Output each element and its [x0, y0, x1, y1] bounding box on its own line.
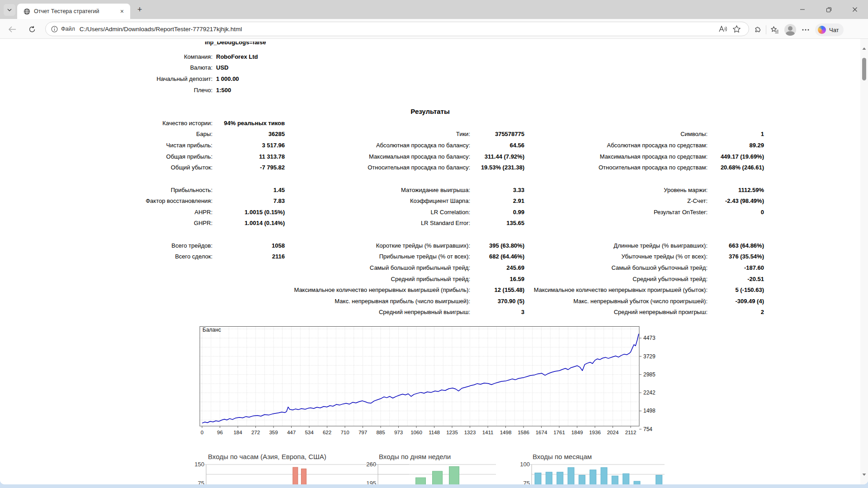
stat-value: 3.33	[470, 184, 524, 196]
back-icon	[8, 26, 16, 33]
active-tab[interactable]: Отчет Тестера стратегий ×	[17, 4, 130, 19]
stat-label: Средний непрерывный выигрыш:	[285, 307, 470, 318]
stat-label: Уровень маржи:	[524, 184, 708, 196]
copilot-button[interactable]: Чат	[815, 23, 844, 36]
stat-value	[708, 117, 764, 129]
x-axis-tick-label: 973	[394, 430, 403, 435]
stat-label: Чистая прибыль:	[0, 140, 212, 151]
toolbar-icons: Чат	[750, 23, 844, 36]
tab-strip: Отчет Тестера стратегий × +	[0, 0, 868, 19]
stat-label: Бары:	[0, 129, 212, 140]
stat-label: Всего трейдов:	[0, 240, 212, 251]
stat-value: 94% реальных тиков	[212, 117, 285, 129]
stat-value: 7.83	[212, 195, 285, 206]
stat-label: Средний убыточный трейд:	[524, 273, 708, 285]
x-axis-tick-label: 1498	[500, 430, 512, 435]
stat-value: -2.43 (98.49%)	[708, 195, 764, 206]
collections-button[interactable]	[768, 24, 782, 36]
x-axis-tick-label: 1148	[429, 430, 440, 435]
extensions-button[interactable]	[750, 24, 764, 36]
address-bar[interactable]: Файл C:/Users/Admin/Downloads/ReportTest…	[45, 22, 749, 36]
x-axis-tick-label: 0	[201, 430, 203, 435]
y-axis-tick-label: 2985	[643, 371, 656, 378]
stat-value: 1112.59%	[708, 184, 764, 196]
x-axis-tick-label: 1235	[446, 430, 458, 435]
toolbar-divider	[766, 25, 766, 34]
stat-label: Относительная просадка по средствам:	[524, 162, 708, 174]
minimize-button[interactable]	[789, 0, 816, 19]
stat-value	[470, 117, 524, 129]
x-axis-tick-label: 272	[251, 430, 260, 435]
x-axis-tick-label: 359	[269, 430, 278, 435]
stat-label	[0, 284, 212, 296]
stat-value: 395 (63.80%)	[470, 240, 524, 251]
stat-label: LR Correlation:	[285, 206, 470, 218]
globe-icon	[24, 8, 30, 15]
stat-value	[212, 284, 285, 296]
restore-button[interactable]	[816, 0, 842, 19]
stat-value: 311.44 (7.92%)	[470, 151, 524, 162]
mini-chart-y-tick: 150	[194, 461, 204, 468]
property-label: Валюта:	[0, 62, 212, 74]
mini-chart-y-tick: 75	[198, 480, 204, 484]
stat-value: 5 (-150.63)	[708, 284, 764, 296]
scrollbar-up-icon[interactable]	[862, 46, 867, 51]
vertical-scrollbar[interactable]	[860, 39, 868, 484]
x-axis-tick-label: 1936	[589, 430, 601, 435]
stat-label: Средний прибыльный трейд:	[285, 273, 470, 285]
balance-chart-svg: 4473372929852242149875409618427235944753…	[199, 324, 665, 439]
read-aloud-button[interactable]	[716, 23, 730, 35]
favorite-button[interactable]	[730, 23, 743, 35]
stat-label: Макс. непрерывный убыток (число проигрыш…	[524, 296, 708, 307]
stat-label: Макс. непрерывная прибыль (число выигрыш…	[285, 296, 470, 307]
tab-search-button[interactable]	[4, 4, 15, 16]
results-heading: Результаты	[0, 106, 860, 117]
mini-chart-y-tick: 260	[366, 461, 376, 468]
stat-label: AHPR:	[0, 206, 212, 218]
stat-label: Прибыльные трейды (% от всех):	[285, 251, 470, 263]
bar	[416, 478, 426, 484]
stat-value: 11 313.78	[212, 151, 285, 162]
back-button[interactable]	[6, 23, 18, 35]
profile-avatar[interactable]	[784, 24, 796, 36]
settings-menu-button[interactable]	[799, 24, 812, 36]
chevron-down-icon	[7, 7, 12, 13]
stat-value: 370.90 (5)	[470, 296, 524, 307]
mini-chart-y-tick: 75	[524, 480, 530, 484]
avatar-head	[788, 26, 793, 31]
scrollbar-down-icon[interactable]	[862, 472, 867, 477]
bar	[601, 468, 607, 484]
stat-label	[524, 218, 708, 229]
scrollbar-thumb[interactable]	[862, 58, 866, 80]
bar	[301, 469, 306, 485]
stat-value: 36285	[212, 129, 285, 140]
stat-value: 3	[470, 307, 524, 318]
stat-value: 663 (64.86%)	[708, 240, 764, 251]
stat-label: Максимальное количество непрерывных прои…	[524, 284, 708, 296]
close-window-button[interactable]	[842, 0, 868, 19]
ellipsis-icon	[802, 29, 809, 31]
stat-value: 1.0014 (0.14%)	[212, 218, 285, 229]
stat-label: Общая прибыль:	[0, 151, 212, 162]
bar	[293, 467, 298, 484]
stat-value: 375578775	[470, 129, 524, 140]
stat-label: Всего сделок:	[0, 251, 212, 263]
clipped-input-line: inp_DebugLogs=false	[205, 42, 266, 48]
y-axis-tick-label: 3729	[643, 353, 656, 360]
x-axis-tick-label: 1586	[518, 430, 529, 435]
property-value: USD	[212, 62, 258, 74]
x-axis-tick-label: 1323	[464, 430, 476, 435]
url-text[interactable]: C:/Users/Admin/Downloads/ReportTester-77…	[80, 26, 716, 33]
close-tab-icon[interactable]: ×	[118, 8, 126, 15]
minimize-icon	[800, 7, 805, 12]
stat-label: Прибыльность:	[0, 184, 212, 196]
stat-label: Короткие трейды (% выигравших):	[285, 240, 470, 251]
report-properties: Компания:RoboForex LtdВалюта:USDНачальны…	[0, 51, 258, 96]
refresh-button[interactable]	[26, 23, 38, 35]
new-tab-button[interactable]: +	[134, 4, 146, 15]
stat-value	[708, 218, 764, 229]
bar	[557, 472, 563, 484]
info-icon	[51, 26, 58, 33]
x-axis-tick-label: 710	[340, 430, 349, 435]
x-axis-tick-label: 1849	[571, 430, 583, 435]
